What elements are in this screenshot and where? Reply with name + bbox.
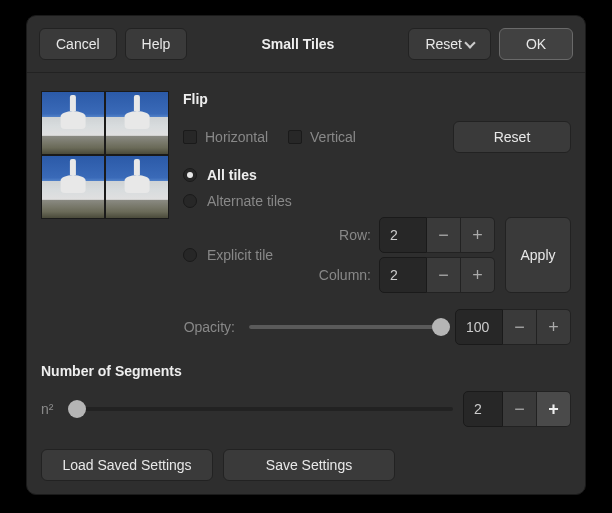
- horizontal-checkbox[interactable]: Horizontal: [183, 129, 268, 145]
- reset-dropdown-button[interactable]: Reset: [408, 28, 491, 60]
- row-column-stack: Row: 2 − + Column: 2 −: [303, 217, 495, 293]
- flip-title: Flip: [183, 91, 571, 107]
- chevron-down-icon: [464, 37, 475, 48]
- column-spinner: 2 − +: [379, 257, 495, 293]
- row-label: Row:: [339, 227, 371, 243]
- help-button[interactable]: Help: [125, 28, 188, 60]
- horizontal-label: Horizontal: [205, 129, 268, 145]
- column-decrement-button[interactable]: −: [427, 257, 461, 293]
- opacity-input[interactable]: 100: [455, 309, 503, 345]
- segments-input[interactable]: 2: [463, 391, 503, 427]
- opacity-row: Opacity: 100 − +: [183, 309, 571, 345]
- segments-slider[interactable]: [69, 407, 453, 411]
- row-decrement-button[interactable]: −: [427, 217, 461, 253]
- flip-panel: Flip Horizontal Vertical Reset: [183, 91, 571, 345]
- vertical-checkbox[interactable]: Vertical: [288, 129, 356, 145]
- radio-button: [183, 248, 197, 262]
- opacity-label: Opacity:: [183, 319, 235, 335]
- save-settings-button[interactable]: Save Settings: [223, 449, 395, 481]
- top-section: Flip Horizontal Vertical Reset: [41, 91, 571, 345]
- plus-icon: +: [548, 399, 559, 420]
- segments-title: Number of Segments: [41, 363, 571, 379]
- all-tiles-radio[interactable]: All tiles: [183, 167, 571, 183]
- dialog-content: Flip Horizontal Vertical Reset: [27, 73, 585, 495]
- footer-buttons: Load Saved Settings Save Settings: [41, 449, 571, 481]
- opacity-slider-thumb[interactable]: [432, 318, 450, 336]
- reset-label: Reset: [425, 36, 462, 52]
- vertical-label: Vertical: [310, 129, 356, 145]
- segments-increment-button[interactable]: +: [537, 391, 571, 427]
- row-spinner: 2 − +: [379, 217, 495, 253]
- row-increment-button[interactable]: +: [461, 217, 495, 253]
- cancel-button[interactable]: Cancel: [39, 28, 117, 60]
- dialog-window: Cancel Help Small Tiles Reset OK Flip Ho: [26, 15, 586, 495]
- apply-button[interactable]: Apply: [505, 217, 571, 293]
- flip-checkbox-row: Horizontal Vertical Reset: [183, 121, 571, 153]
- opacity-spinner: 100 − +: [455, 309, 571, 345]
- n-squared-label: n²: [41, 401, 59, 417]
- flip-reset-button[interactable]: Reset: [453, 121, 571, 153]
- dialog-title: Small Tiles: [195, 36, 400, 52]
- alternate-tiles-label: Alternate tiles: [207, 193, 292, 209]
- row-input[interactable]: 2: [379, 217, 427, 253]
- segments-row: n² 2 − +: [41, 391, 571, 427]
- ok-button[interactable]: OK: [499, 28, 573, 60]
- preview-tile: [41, 155, 105, 219]
- segments-decrement-button[interactable]: −: [503, 391, 537, 427]
- dialog-header: Cancel Help Small Tiles Reset OK: [27, 16, 585, 73]
- opacity-increment-button[interactable]: +: [537, 309, 571, 345]
- row-control: Row: 2 − +: [303, 217, 495, 253]
- preview-tile: [41, 91, 105, 155]
- preview-tile: [105, 91, 169, 155]
- radio-button: [183, 168, 197, 182]
- alternate-tiles-radio[interactable]: Alternate tiles: [183, 193, 571, 209]
- column-label: Column:: [319, 267, 371, 283]
- opacity-decrement-button[interactable]: −: [503, 309, 537, 345]
- all-tiles-label: All tiles: [207, 167, 257, 183]
- tile-mode-radios: All tiles Alternate tiles: [183, 167, 571, 209]
- preview-tile: [105, 155, 169, 219]
- radio-button: [183, 194, 197, 208]
- explicit-tile-label: Explicit tile: [207, 247, 273, 263]
- column-control: Column: 2 − +: [303, 257, 495, 293]
- opacity-slider[interactable]: [249, 325, 441, 329]
- explicit-tile-radio[interactable]: Explicit tile: [183, 247, 293, 263]
- column-input[interactable]: 2: [379, 257, 427, 293]
- load-settings-button[interactable]: Load Saved Settings: [41, 449, 213, 481]
- column-increment-button[interactable]: +: [461, 257, 495, 293]
- checkbox-box: [288, 130, 302, 144]
- explicit-tile-row: Explicit tile Row: 2 − + Column:: [183, 217, 571, 293]
- checkbox-box: [183, 130, 197, 144]
- segments-slider-thumb[interactable]: [68, 400, 86, 418]
- segments-spinner: 2 − +: [463, 391, 571, 427]
- preview-image: [41, 91, 169, 219]
